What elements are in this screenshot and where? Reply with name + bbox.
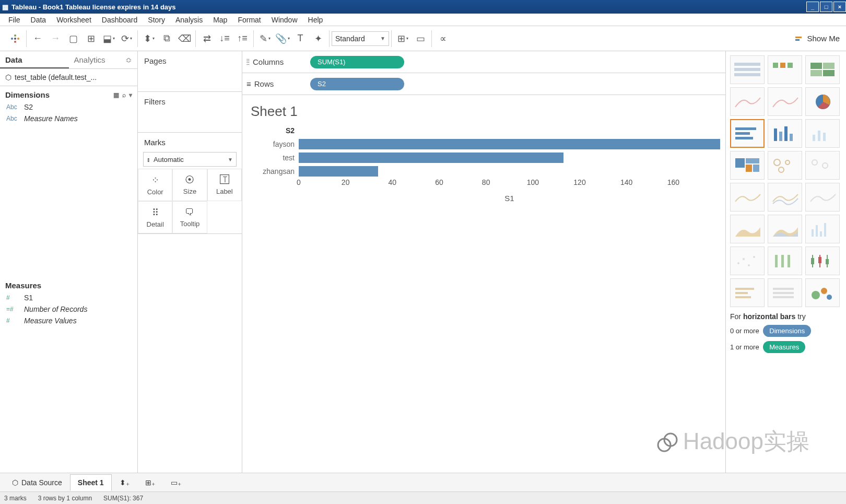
sheet-tab[interactable]: Sheet 1 (70, 474, 112, 491)
save-button[interactable]: ▢ (64, 30, 82, 48)
viz-thumb[interactable] (768, 183, 802, 212)
viz-thumb[interactable] (730, 151, 765, 180)
swap-button[interactable]: ⇄ (198, 30, 216, 48)
axis-tick: 80 (482, 178, 490, 186)
status-sum: SUM(S1): 367 (103, 495, 143, 502)
pin-button[interactable]: ✦ (309, 30, 327, 48)
sort-desc-button[interactable]: ↑≡ (233, 30, 251, 48)
viz-thumb[interactable] (730, 55, 765, 84)
new-dashboard-tab[interactable]: ⊞₊ (137, 474, 163, 491)
bar[interactable] (299, 166, 378, 177)
dimensions-header: Dimensions ▦ ⌕ ▾ (0, 86, 137, 101)
minimize-button[interactable]: _ (806, 2, 819, 12)
viz-thumb[interactable] (805, 87, 840, 116)
share-button[interactable]: ∝ (434, 30, 452, 48)
clear-button[interactable]: ⌫ (175, 30, 193, 48)
viz-thumb[interactable] (730, 247, 765, 275)
menu-analysis[interactable]: Analysis (170, 16, 208, 24)
svg-point-34 (779, 167, 784, 172)
mark-size[interactable]: ⦿Size (172, 169, 207, 201)
viz-thumb[interactable] (768, 247, 802, 275)
tab-data[interactable]: Data (0, 51, 69, 68)
mark-type-select[interactable]: ⫾ Automatic ▼ (143, 152, 237, 167)
new-datasource-button[interactable]: ⊞ (82, 30, 100, 48)
viz-thumb[interactable] (730, 278, 765, 307)
undo-button[interactable]: ← (29, 30, 46, 48)
measure-field[interactable]: #Measure Values (0, 315, 137, 326)
maximize-button[interactable]: □ (820, 2, 832, 12)
viz-thumb[interactable] (768, 119, 802, 148)
viz-thumb[interactable] (768, 278, 802, 307)
svg-rect-30 (746, 165, 752, 172)
columns-pill[interactable]: SUM(S1) (310, 56, 404, 68)
view-icon[interactable]: ▦ (113, 91, 119, 99)
new-story-tab[interactable]: ▭₊ (163, 474, 189, 491)
menu-map[interactable]: Map (208, 16, 232, 24)
measure-field[interactable]: #S1 (0, 292, 137, 303)
datasource-row[interactable]: ⬡ test_table (default.test_... (0, 69, 137, 86)
viz-thumb[interactable] (805, 119, 840, 148)
viz-thumb[interactable] (730, 183, 765, 212)
menu-format[interactable]: Format (232, 16, 266, 24)
data-source-tab[interactable]: ⬡Data Source (4, 474, 70, 491)
group-button[interactable]: 📎 (274, 30, 291, 48)
viz-thumb[interactable] (805, 151, 840, 180)
bar[interactable] (299, 153, 563, 163)
viz-thumb[interactable] (768, 215, 802, 243)
viz-thumb[interactable] (805, 247, 840, 275)
svg-rect-46 (781, 255, 784, 267)
tab-analytics[interactable]: Analytics ≎ (69, 51, 138, 68)
menu-data[interactable]: Data (26, 16, 52, 24)
viz-thumb[interactable] (768, 87, 802, 116)
labels-button[interactable]: T (291, 30, 309, 48)
viz-thumb[interactable] (768, 151, 802, 180)
menu-icon[interactable]: ▾ (129, 91, 132, 99)
svg-rect-56 (735, 296, 751, 298)
viz-thumb[interactable] (768, 55, 802, 84)
duplicate-button[interactable]: ⧉ (158, 30, 175, 48)
sheet-title[interactable]: Sheet 1 (242, 95, 725, 124)
viz-thumb[interactable] (730, 215, 765, 243)
mark-detail[interactable]: ⠿Detail (138, 201, 172, 233)
presentation-button[interactable]: ▭ (412, 30, 429, 48)
bar[interactable] (299, 139, 720, 149)
fit-select[interactable]: Standard ▼ (332, 31, 389, 46)
mark-label[interactable]: 🅃Label (207, 169, 242, 201)
menu-dashboard[interactable]: Dashboard (97, 16, 143, 24)
menu-story[interactable]: Story (143, 16, 170, 24)
mark-tooltip[interactable]: 🗨Tooltip (172, 201, 207, 233)
viz-thumb[interactable] (730, 119, 765, 148)
cards-button[interactable]: ⊞ (394, 30, 412, 48)
viz-thumb[interactable] (730, 87, 765, 116)
dimension-field[interactable]: AbcS2 (0, 101, 137, 113)
menu-help[interactable]: Help (303, 16, 328, 24)
sort-asc-button[interactable]: ↓≡ (216, 30, 233, 48)
viz-thumb[interactable] (805, 55, 840, 84)
logo-icon[interactable] (6, 30, 24, 48)
dimension-field[interactable]: AbcMeasure Names (0, 113, 137, 124)
highlight-button[interactable]: ✎ (256, 30, 274, 48)
viz-thumb[interactable] (805, 278, 840, 307)
svg-rect-47 (788, 255, 790, 267)
menu-file[interactable]: File (3, 16, 26, 24)
rows-shelf[interactable]: ≡Rows S2 (242, 73, 725, 95)
show-me-label: Show Me (807, 34, 840, 43)
show-me-panel: For horizontal bars try 0 or more Dimens… (726, 51, 846, 473)
show-me-toggle[interactable]: Show Me (795, 34, 840, 43)
menu-worksheet[interactable]: Worksheet (51, 16, 97, 24)
columns-shelf[interactable]: ⦙⦙Columns SUM(S1) (242, 51, 725, 73)
viz-thumb[interactable] (805, 215, 840, 243)
search-icon[interactable]: ⌕ (122, 91, 126, 99)
rows-pill[interactable]: S2 (310, 78, 404, 90)
refresh-button[interactable]: ⟳ (118, 30, 135, 48)
measure-field[interactable]: =#Number of Records (0, 303, 137, 315)
close-button[interactable]: × (833, 2, 846, 12)
viz-thumb[interactable] (805, 183, 840, 212)
redo-button[interactable]: → (46, 30, 64, 48)
new-worksheet-tab[interactable]: ⬍₊ (112, 474, 137, 491)
new-worksheet-button[interactable]: ⬍ (140, 30, 158, 48)
pause-updates-button[interactable]: ⬓ (100, 30, 118, 48)
mark-color[interactable]: ⁘Color (138, 169, 172, 201)
menu-window[interactable]: Window (266, 16, 303, 24)
rows-icon: ≡ (246, 79, 251, 88)
